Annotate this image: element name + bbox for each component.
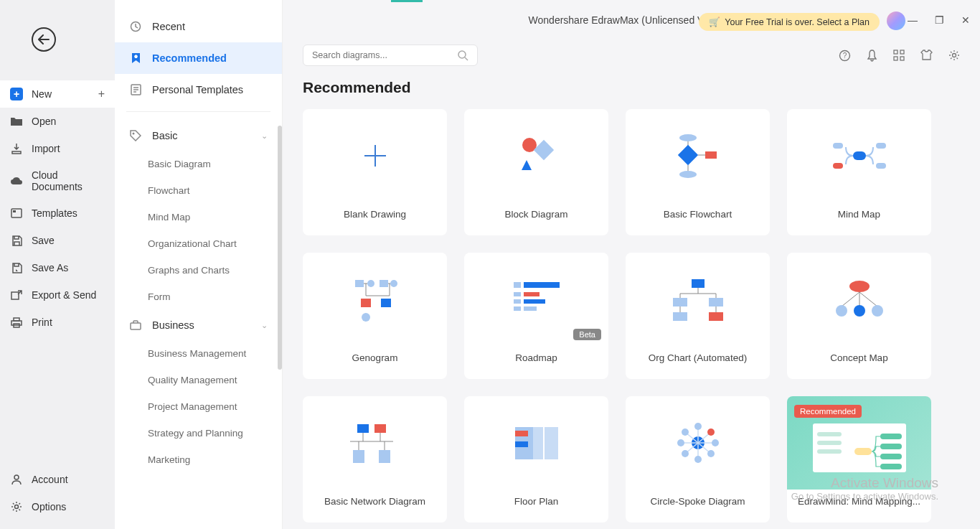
svg-rect-91 — [533, 427, 558, 459]
sub-flowchart[interactable]: Flowchart — [115, 177, 282, 204]
search-input[interactable] — [312, 50, 457, 60]
nav-account[interactable]: Account — [0, 466, 115, 493]
nav-print[interactable]: Print — [0, 309, 115, 336]
svg-rect-38 — [833, 163, 843, 169]
sub-quality-management[interactable]: Quality Management — [115, 367, 282, 393]
svg-rect-86 — [353, 450, 364, 463]
card-basic-flowchart[interactable]: Basic Flowchart — [626, 109, 770, 235]
card-block-diagram[interactable]: Block Diagram — [464, 109, 608, 235]
nav-save-as[interactable]: Save As — [0, 254, 115, 281]
card-roadmap[interactable]: Beta Roadmap — [464, 253, 608, 379]
network-icon — [343, 420, 407, 467]
cat-business[interactable]: Business ⌄ — [115, 310, 282, 340]
nav-new[interactable]: + New + — [0, 80, 115, 108]
avatar[interactable] — [887, 11, 905, 30]
card-concept-map[interactable]: Concept Map — [787, 253, 931, 379]
card-genogram[interactable]: Genogram — [303, 253, 447, 379]
cat-basic[interactable]: Basic ⌄ — [115, 121, 282, 151]
sub-form[interactable]: Form — [115, 284, 282, 310]
bell-icon[interactable] — [867, 50, 877, 62]
svg-rect-56 — [524, 292, 540, 296]
gear-icon — [10, 500, 23, 513]
shirt-icon[interactable] — [920, 50, 933, 62]
mid-personal-templates[interactable]: Personal Templates — [115, 74, 282, 106]
maximize-button[interactable]: ❐ — [935, 14, 944, 26]
card-label: Roadmap — [464, 346, 608, 370]
nav-templates[interactable]: Templates — [0, 200, 115, 227]
svg-point-106 — [694, 456, 702, 463]
card-label: Org Chart (Automated) — [626, 346, 770, 370]
print-icon — [10, 316, 23, 329]
sub-graphs-charts[interactable]: Graphs and Charts — [115, 257, 282, 284]
cat-label: Basic — [152, 130, 177, 141]
nav-export-send[interactable]: Export & Send — [0, 281, 115, 309]
nav-label: Open — [32, 116, 56, 127]
svg-rect-22 — [900, 57, 904, 60]
settings-icon[interactable] — [948, 50, 960, 62]
sub-business-management[interactable]: Business Management — [115, 340, 282, 367]
svg-point-29 — [679, 134, 697, 141]
card-circle-spoke-diagram[interactable]: Circle-Spoke Diagram — [626, 396, 770, 523]
help-icon[interactable]: ? — [839, 50, 851, 62]
card-org-chart[interactable]: Org Chart (Automated) — [626, 253, 770, 379]
plus-icon[interactable]: + — [98, 88, 105, 100]
svg-rect-70 — [673, 312, 687, 321]
main-content: Wondershare EdrawMax (Unlicensed Version… — [283, 0, 980, 529]
nav-label: Cloud Documents — [32, 169, 105, 192]
cart-icon: 🛒 — [709, 17, 720, 27]
svg-rect-71 — [709, 312, 723, 321]
nav-open[interactable]: Open — [0, 108, 115, 135]
svg-point-72 — [849, 281, 870, 292]
nav-options[interactable]: Options — [0, 493, 115, 520]
sub-project-management[interactable]: Project Management — [115, 393, 282, 420]
card-edrawmind[interactable]: Recommended EdrawMind: Mind Map — [787, 396, 931, 523]
sub-mind-map[interactable]: Mind Map — [115, 204, 282, 230]
search-box[interactable] — [303, 45, 478, 66]
nav-label: Print — [32, 317, 52, 328]
svg-point-35 — [679, 171, 697, 178]
trial-banner[interactable]: 🛒 Your Free Trial is over. Select a Plan — [699, 13, 880, 31]
svg-point-6 — [14, 475, 19, 479]
nav-label: Save As — [32, 262, 68, 273]
trial-label: Your Free Trial is over. Select a Plan — [725, 17, 870, 27]
svg-rect-112 — [817, 441, 842, 445]
svg-rect-33 — [705, 151, 717, 159]
sub-organizational-chart[interactable]: Organizational Chart — [115, 230, 282, 257]
search-icon[interactable] — [457, 50, 468, 61]
category-sidebar: Recent Recommended Personal Templates Ba… — [115, 0, 283, 529]
save-icon — [10, 234, 23, 247]
svg-rect-41 — [355, 280, 364, 287]
svg-rect-117 — [880, 454, 902, 459]
nav-label: Options — [32, 501, 66, 512]
svg-point-103 — [707, 429, 715, 436]
sub-strategy-planning[interactable]: Strategy and Planning — [115, 420, 282, 446]
cloud-icon — [10, 174, 23, 187]
card-floor-plan[interactable]: Floor Plan — [464, 396, 608, 523]
nav-cloud-documents[interactable]: Cloud Documents — [0, 162, 115, 200]
svg-rect-4 — [11, 321, 22, 325]
card-mind-map[interactable]: Mind Map — [787, 109, 931, 235]
card-blank-drawing[interactable]: Blank Drawing — [303, 109, 447, 235]
nav-save[interactable]: Save — [0, 227, 115, 254]
plus-icon — [361, 141, 390, 170]
card-basic-network-diagram[interactable]: Basic Network Diagram — [303, 396, 447, 523]
svg-rect-2 — [11, 292, 19, 299]
sub-marketing[interactable]: Marketing — [115, 446, 282, 473]
svg-rect-21 — [894, 57, 897, 60]
svg-point-76 — [836, 305, 847, 317]
nav-import[interactable]: Import — [0, 135, 115, 162]
minimize-button[interactable]: — — [908, 14, 918, 26]
svg-point-104 — [712, 439, 719, 446]
sub-basic-diagram[interactable]: Basic Diagram — [115, 151, 282, 177]
orgchart-icon — [666, 276, 730, 323]
apps-icon[interactable] — [893, 50, 905, 62]
mid-recent[interactable]: Recent — [115, 11, 282, 42]
close-button[interactable]: ✕ — [961, 14, 970, 26]
mid-recommended[interactable]: Recommended — [115, 42, 282, 74]
svg-rect-113 — [817, 449, 842, 454]
nav-label: Templates — [32, 207, 77, 219]
genogram-icon — [347, 274, 404, 324]
scrollbar[interactable] — [278, 126, 282, 370]
back-button[interactable] — [32, 27, 56, 52]
mindmap-icon — [827, 134, 892, 177]
